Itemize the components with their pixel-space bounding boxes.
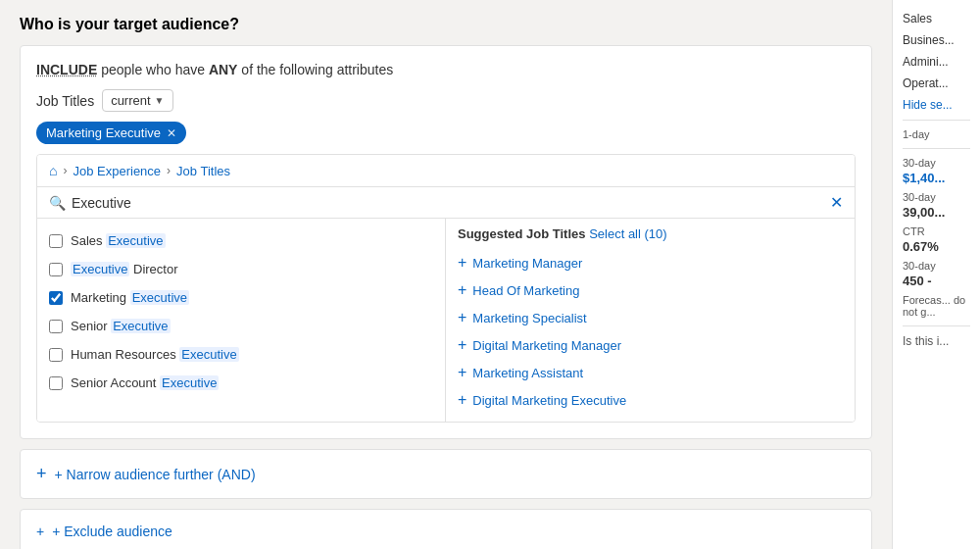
plus-icon: + (458, 281, 466, 299)
main-content: Who is your target audience? INCLUDE peo… (0, 0, 892, 549)
list-item[interactable]: Executive Director (37, 255, 445, 283)
divider (903, 120, 970, 121)
breadcrumb: ⌂ › Job Experience › Job Titles (37, 155, 855, 187)
sidebar-item[interactable]: Admini... (903, 51, 970, 73)
search-input-row: 🔍 ✕ (37, 187, 855, 219)
results-grid: Sales Executive Executive Director Marke… (37, 219, 855, 422)
tag-label: Marketing Executive (46, 125, 161, 140)
plus-icon: + (36, 524, 44, 539)
search-icon: 🔍 (49, 195, 66, 211)
narrow-label: + Narrow audience further (AND) (55, 467, 256, 482)
include-card: INCLUDE people who have ANY of the follo… (20, 45, 872, 439)
item-label: Executive Director (71, 262, 178, 276)
breadcrumb-job-experience[interactable]: Job Experience (73, 164, 161, 178)
clear-icon[interactable]: ✕ (830, 193, 843, 212)
stat-5-label: 30-day (903, 260, 970, 272)
stat-3-value: 39,00... (903, 205, 970, 220)
chevron-down-icon: ▼ (155, 95, 165, 106)
divider (903, 148, 970, 149)
sidebar-item[interactable]: Sales (903, 8, 970, 29)
include-text: INCLUDE people who have ANY of the follo… (36, 62, 856, 77)
suggestion-label: Marketing Assistant (472, 366, 583, 380)
highlight: Executive (179, 347, 238, 362)
checkbox-list: Sales Executive Executive Director Marke… (37, 219, 446, 422)
separator-2: › (167, 164, 171, 177)
right-sidebar: Sales Busines... Admini... Operat... Hid… (892, 0, 980, 549)
stat-2-value: $1,40... (903, 171, 970, 185)
hr-executive-checkbox[interactable] (49, 348, 63, 362)
include-middle: people who have (101, 62, 205, 77)
highlight: Executive (130, 290, 189, 305)
executive-director-checkbox[interactable] (49, 263, 63, 276)
exclude-label: + Exclude audience (52, 524, 172, 539)
breadcrumb-job-titles[interactable]: Job Titles (176, 164, 230, 178)
ctr-label: CTR (903, 225, 970, 237)
suggestion-item[interactable]: + Digital Marketing Manager (458, 331, 843, 359)
hide-link[interactable]: Hide se... (903, 98, 970, 112)
senior-account-executive-checkbox[interactable] (49, 376, 63, 390)
suggestion-label: Digital Marketing Manager (472, 338, 621, 353)
list-item[interactable]: Senior Executive (37, 312, 445, 340)
highlight: Executive (106, 233, 165, 248)
suggested-col: Suggested Job Titles Select all (10) + M… (446, 219, 855, 422)
senior-executive-checkbox[interactable] (49, 320, 63, 333)
job-titles-row: Job Titles current ▼ (36, 89, 856, 112)
list-item[interactable]: Senior Account Executive (37, 369, 445, 397)
stat-2-label: 30-day (903, 157, 970, 169)
suggestion-item[interactable]: + Marketing Specialist (458, 304, 843, 331)
item-label: Senior Account Executive (71, 375, 219, 390)
list-item[interactable]: Human Resources Executive (37, 340, 445, 369)
item-label: Marketing Executive (71, 290, 189, 305)
any-label: ANY (209, 62, 238, 77)
highlight: Executive (111, 319, 170, 333)
suggestion-label: Marketing Manager (472, 256, 582, 271)
stat-3-label: 30-day (903, 191, 970, 203)
include-suffix: of the following attributes (241, 62, 393, 77)
suggestion-item[interactable]: + Digital Marketing Executive (458, 386, 843, 414)
plus-icon: + (458, 309, 466, 326)
item-label: Senior Executive (71, 319, 171, 333)
exclude-section: + + Exclude audience LinkedIn tools may … (20, 509, 872, 549)
item-label: Sales Executive (71, 233, 166, 248)
marketing-executive-tag[interactable]: Marketing Executive ✕ (36, 122, 186, 144)
plus-icon: + (458, 336, 466, 354)
suggestion-item[interactable]: + Head Of Marketing (458, 276, 843, 304)
suggestion-item[interactable]: + Marketing Assistant (458, 359, 843, 386)
current-dropdown[interactable]: current ▼ (102, 89, 172, 112)
dropdown-label: current (111, 93, 150, 108)
forecast-text: Forecas... do not g... (903, 294, 970, 318)
list-item[interactable]: Sales Executive (37, 226, 445, 255)
highlight: Executive (160, 375, 219, 390)
tag-remove-icon[interactable]: ✕ (167, 126, 176, 140)
stat-1-label: 1-day (903, 128, 970, 140)
sidebar-item[interactable]: Busines... (903, 29, 970, 51)
select-all-link[interactable]: Select all (10) (589, 226, 666, 241)
highlight: Executive (71, 262, 129, 276)
exclude-title[interactable]: + + Exclude audience (36, 524, 856, 539)
home-icon[interactable]: ⌂ (49, 163, 57, 178)
search-container: ⌂ › Job Experience › Job Titles 🔍 ✕ Sale… (36, 154, 856, 423)
narrow-audience-card[interactable]: + + Narrow audience further (AND) (20, 449, 872, 499)
divider (903, 325, 970, 326)
suggestion-label: Marketing Specialist (472, 311, 586, 325)
search-input[interactable] (72, 195, 824, 211)
separator-1: › (63, 164, 67, 177)
list-item[interactable]: Marketing Executive (37, 283, 445, 312)
suggestion-item[interactable]: + Marketing Manager (458, 249, 843, 276)
plus-icon: + (36, 464, 47, 484)
item-label: Human Resources Executive (71, 347, 239, 362)
plus-icon: + (458, 364, 466, 381)
suggestion-label: Digital Marketing Executive (472, 393, 626, 408)
suggestion-label: Head Of Marketing (472, 283, 579, 298)
is-this-text: Is this i... (903, 334, 970, 348)
suggested-label: Suggested Job Titles (458, 226, 586, 241)
sidebar-item[interactable]: Operat... (903, 73, 970, 94)
plus-icon: + (458, 254, 466, 272)
sales-executive-checkbox[interactable] (49, 234, 63, 248)
marketing-executive-checkbox[interactable] (49, 291, 63, 305)
tags-row: Marketing Executive ✕ (36, 122, 856, 144)
suggested-title: Suggested Job Titles Select all (10) (458, 226, 843, 241)
stat-5-value: 450 - (903, 274, 970, 288)
plus-icon: + (458, 391, 466, 409)
job-titles-label: Job Titles (36, 93, 94, 109)
